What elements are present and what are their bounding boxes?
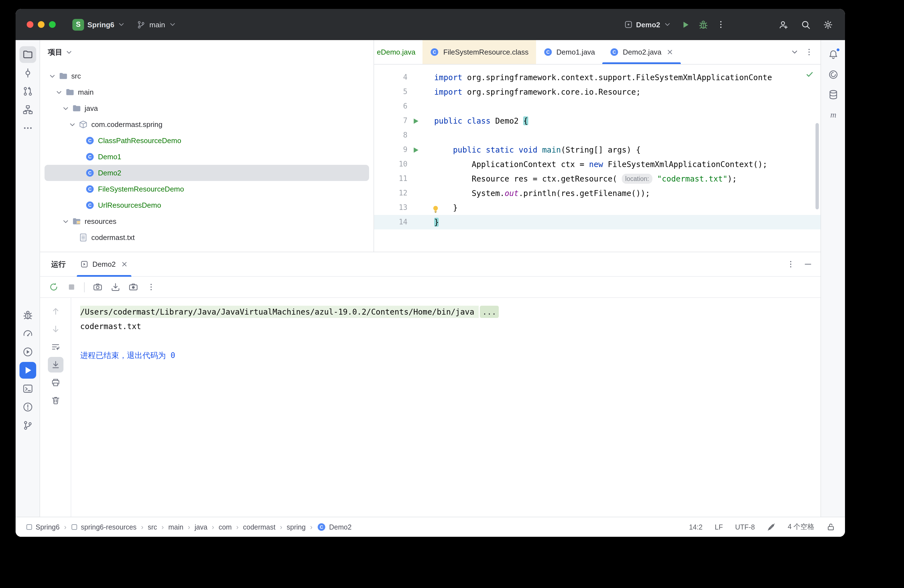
breadcrumb-Spring6[interactable]: Spring6 — [25, 523, 60, 531]
tool-button-structure[interactable] — [19, 101, 36, 118]
run-panel-title[interactable]: 运行 — [51, 259, 66, 269]
chevron-down-icon[interactable] — [61, 217, 70, 226]
run-configuration-selector[interactable]: Demo2 — [619, 17, 676, 32]
editor-tab-eDemo.java[interactable]: eDemo.java — [374, 40, 423, 64]
tree-item-FileSystemResourceDemo[interactable]: CFileSystemResourceDemo — [44, 181, 369, 197]
tool-button-terminal[interactable] — [19, 380, 36, 397]
tree-item-src[interactable]: src — [44, 68, 369, 84]
run-line-icon[interactable] — [411, 145, 420, 154]
editor-tab-Demo1.java[interactable]: CDemo1.java — [536, 40, 602, 64]
breadcrumb-src[interactable]: src — [148, 523, 157, 531]
breadcrumb-com[interactable]: com — [218, 523, 232, 531]
chevron-down-icon[interactable] — [48, 72, 56, 80]
breadcrumb-spring6-resources[interactable]: spring6-resources — [71, 523, 137, 531]
code-text[interactable]: import org.springframework.core.io.Resou… — [424, 85, 641, 99]
code-text[interactable]: } — [424, 201, 458, 215]
code-text[interactable] — [424, 128, 434, 142]
console-options-kebab-icon[interactable] — [143, 279, 159, 295]
code-text[interactable]: Resource res = ctx.getResource( location… — [424, 172, 737, 186]
editor-tab-Demo2.java[interactable]: CDemo2.java — [602, 40, 681, 64]
tool-button-commit[interactable] — [19, 65, 36, 81]
tree-item-codermast.txt[interactable]: codermast.txt — [44, 229, 369, 245]
tool-button-more[interactable] — [19, 120, 36, 136]
project-panel-header[interactable]: 项目 — [40, 40, 373, 65]
indent-setting[interactable]: 4 个空格 — [788, 522, 814, 532]
clear-console-trash-icon[interactable] — [47, 392, 63, 408]
highlighting-pen-icon[interactable] — [767, 523, 775, 531]
soft-wrap-icon[interactable] — [47, 339, 63, 355]
breadcrumb-spring[interactable]: spring — [287, 523, 306, 531]
tool-button-version-control[interactable] — [19, 417, 36, 434]
file-encoding[interactable]: UTF-8 — [735, 523, 755, 531]
code-text[interactable]: public class Demo2 { — [424, 114, 528, 128]
tool-button-debug[interactable] — [19, 307, 36, 324]
tool-button-pull-requests[interactable] — [19, 83, 36, 100]
tool-button-project-folder[interactable] — [19, 46, 36, 63]
chevron-down-icon[interactable] — [61, 104, 70, 112]
settings-gear-icon[interactable] — [819, 16, 836, 33]
breadcrumb-java[interactable]: java — [194, 523, 207, 531]
caret-position[interactable]: 14:2 — [689, 523, 702, 531]
branch-widget[interactable]: main — [132, 17, 181, 32]
run-tab-demo2[interactable]: Demo2 — [77, 252, 131, 276]
tool-button-services[interactable] — [19, 343, 36, 360]
chevron-down-icon[interactable] — [68, 120, 76, 129]
fold-ellipsis[interactable]: ... — [480, 306, 499, 318]
tool-button-database[interactable] — [825, 86, 841, 103]
tool-button-maven[interactable]: m — [825, 106, 841, 123]
close-window-button[interactable] — [27, 21, 33, 28]
zoom-window-button[interactable] — [49, 21, 56, 28]
rerun-button[interactable] — [46, 279, 61, 295]
print-icon[interactable] — [47, 375, 63, 390]
tool-button-notifications[interactable] — [825, 46, 841, 63]
tree-item-Demo2[interactable]: CDemo2 — [44, 165, 369, 181]
hidden-tabs-chevron-icon[interactable] — [790, 48, 799, 56]
run-line-icon[interactable] — [411, 117, 420, 125]
tree-item-java[interactable]: java — [44, 100, 369, 116]
editor-tab-FileSystemResource.class[interactable]: CFileSystemResource.class — [423, 40, 536, 64]
memory-snapshot-camera-icon[interactable] — [125, 279, 141, 295]
tool-button-run[interactable] — [19, 362, 36, 379]
close-tab-icon[interactable] — [667, 49, 674, 56]
inspections-ok-check-icon[interactable] — [806, 70, 814, 80]
tree-item-com.codermast.spring[interactable]: com.codermast.spring — [44, 116, 369, 133]
thread-dump-camera-icon[interactable] — [90, 279, 105, 295]
code-text[interactable]: public static void main(String[] args) { — [424, 142, 641, 157]
editor-scrollbar[interactable] — [815, 123, 819, 209]
code-text[interactable]: import org.springframework.context.suppo… — [424, 70, 772, 85]
breadcrumb-main[interactable]: main — [168, 523, 183, 531]
code-with-me-icon[interactable] — [775, 16, 792, 33]
code-text[interactable]: System.out.println(res.getFilename()); — [424, 186, 650, 201]
tool-button-ai-assistant[interactable] — [825, 66, 841, 83]
code-text[interactable]: } — [424, 215, 439, 229]
tree-item-UrlResourcesDemo[interactable]: CUrlResourcesDemo — [44, 197, 369, 213]
more-actions-icon[interactable] — [713, 16, 729, 33]
prev-occurrence-icon[interactable] — [47, 303, 63, 319]
project-widget[interactable]: S Spring6 — [68, 16, 130, 33]
stop-button[interactable] — [63, 279, 79, 295]
run-button[interactable] — [677, 16, 694, 33]
tree-item-resources[interactable]: resources — [44, 213, 369, 229]
panel-options-kebab-icon[interactable] — [786, 259, 795, 269]
scroll-to-end-icon[interactable] — [47, 357, 63, 373]
tree-item-main[interactable]: main — [44, 84, 369, 100]
next-occurrence-icon[interactable] — [47, 321, 63, 337]
chevron-down-icon[interactable] — [55, 88, 63, 96]
import-into-console-icon[interactable] — [107, 279, 123, 295]
close-tab-icon[interactable] — [121, 261, 128, 268]
hide-panel-icon[interactable] — [803, 259, 813, 269]
line-separator[interactable]: LF — [715, 523, 723, 531]
tab-options-kebab-icon[interactable] — [804, 47, 814, 57]
code-text[interactable] — [424, 99, 434, 114]
tool-button-profiler[interactable] — [19, 325, 36, 342]
tool-button-problems[interactable] — [19, 399, 36, 416]
debug-button[interactable] — [695, 16, 711, 33]
breadcrumb-Demo2[interactable]: CDemo2 — [317, 522, 352, 532]
tree-item-ClassPathResourceDemo[interactable]: CClassPathResourceDemo — [44, 133, 369, 149]
search-everywhere-icon[interactable] — [797, 16, 814, 33]
lock-icon[interactable] — [827, 523, 835, 531]
tree-item-Demo1[interactable]: CDemo1 — [44, 149, 369, 165]
breadcrumb-codermast[interactable]: codermast — [243, 523, 275, 531]
code-area[interactable]: 4import org.springframework.context.supp… — [374, 65, 820, 252]
minimize-window-button[interactable] — [38, 21, 44, 28]
